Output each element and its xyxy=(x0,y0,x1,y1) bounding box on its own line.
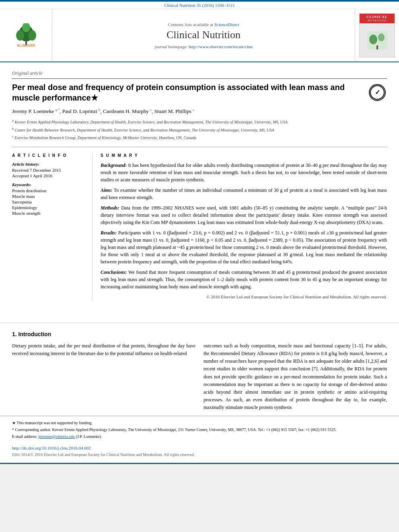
badge-figure-svg xyxy=(365,29,389,51)
footnote-2: * Corresponding author. Kevser Ermin App… xyxy=(12,427,387,433)
citation-text: Clinical Nutrition 35 (2016) 1506–1511 xyxy=(164,3,235,8)
affiliation-b-text: Center for Health Behavior Research, Dep… xyxy=(15,128,274,132)
aims-text: To examine whether the number of times a… xyxy=(101,187,387,200)
copyright-line: © 2016 Elsevier Ltd and European Society… xyxy=(101,294,387,300)
authors-text: Jeremy P. Loenneke a,*, Paul D. Loprinzi… xyxy=(12,108,194,114)
header-middle: Contents lists available at ScienceDirec… xyxy=(52,9,355,62)
summary-col: S U M M A R Y Background: It has been hy… xyxy=(101,153,387,300)
svg-rect-9 xyxy=(376,45,378,49)
keyword-3: Sarcopenia xyxy=(12,199,86,204)
crossmark-svg: ✓ xyxy=(370,85,385,100)
summary-text: Background: It has been hypothesized tha… xyxy=(101,162,387,300)
summary-background: Background: It has been hypothesized tha… xyxy=(101,162,387,183)
summary-aims: Aims: To examine whether the number of t… xyxy=(101,187,387,201)
badge-nutrition-text: NUTRITION xyxy=(360,19,395,22)
keyword-5: Muscle strength xyxy=(12,211,86,216)
sciencedirect-link[interactable]: ScienceDirect xyxy=(214,22,239,27)
article-info-summary: A R T I C L E I N F O Article history: R… xyxy=(12,147,387,300)
background-label: Background: xyxy=(101,162,127,168)
results-label: Results: xyxy=(101,230,117,236)
affiliation-c-text: Exercise Metabolism Research Group, Depa… xyxy=(14,136,196,140)
history-accepted-text: Accepted 1 April 2016 xyxy=(12,173,52,178)
footnote-1: ★ This manuscript was not supported by f… xyxy=(12,420,387,426)
homepage-prefix: journal homepage: xyxy=(154,44,187,49)
summary-heading: S U M M A R Y xyxy=(101,153,387,158)
svg-point-3 xyxy=(28,30,36,41)
header-left: ELSEVIER xyxy=(0,9,52,62)
affiliation-a-text: Kevser Ermin Applied Physiology Laborato… xyxy=(15,120,288,125)
methods-label: Methods: xyxy=(101,205,119,211)
svg-text:✓: ✓ xyxy=(375,89,380,96)
svg-point-7 xyxy=(369,35,377,44)
elsevier-logo: ELSEVIER xyxy=(8,23,44,47)
issn-line: 0261-5614/© 2016 Elsevier Ltd and Europe… xyxy=(12,452,387,457)
article-type: Original article xyxy=(12,70,387,79)
methods-text: Data from the 1999–2002 NHANES were used… xyxy=(101,205,387,225)
citation-bar: Clinical Nutrition 35 (2016) 1506–1511 xyxy=(0,2,399,9)
keywords-section: Keywords: Protein distribution Muscle ma… xyxy=(12,182,86,216)
conclusions-text: We found that more frequent consumption … xyxy=(101,269,387,290)
affiliation-c: c Exercise Metabolism Research Group, De… xyxy=(12,134,387,141)
email-link[interactable]: jploenne@olemiss.edu xyxy=(38,434,75,439)
svg-text:ELSEVIER: ELSEVIER xyxy=(17,43,35,47)
article-info-col: A R T I C L E I N F O Article history: R… xyxy=(12,153,93,300)
conclusions-label: Conclusions: xyxy=(101,269,127,275)
history-received: Received 7 December 2015 xyxy=(12,168,86,173)
bottom-bar xyxy=(0,463,399,464)
email-label: E-mail address: xyxy=(12,434,38,439)
doi-link[interactable]: http://dx.doi.org/10.1016/j.clnu.2016.04… xyxy=(12,446,91,450)
history-received-text: Received 7 December 2015 xyxy=(12,168,61,173)
history-label: Article history: xyxy=(12,162,86,166)
affiliation-b: b Center for Health Behavior Research, D… xyxy=(12,127,387,133)
article-title-area: Per meal dose and frequency of protein c… xyxy=(12,82,387,103)
footnote-3: E-mail address: jploenne@olemiss.edu (J.… xyxy=(12,434,387,440)
intro-text-columns: Dietary protein intake, and the per meal… xyxy=(12,342,387,412)
background-text: It has been hypothesized that for older … xyxy=(101,162,387,183)
homepage-url[interactable]: http://www.elsevier.com/locate/clnu xyxy=(189,44,253,49)
affiliation-a: a Kevser Ermin Applied Physiology Labora… xyxy=(12,119,387,125)
summary-conclusions: Conclusions: We found that more frequent… xyxy=(101,269,387,290)
aims-label: Aims: xyxy=(101,187,112,193)
elsevier-tree-svg: ELSEVIER xyxy=(8,23,44,47)
section-divider xyxy=(0,322,399,323)
sciencedirect-line: Contents lists available at ScienceDirec… xyxy=(168,22,239,27)
badge-clinical: CLINICAL xyxy=(360,15,395,19)
article-title: Per meal dose and frequency of protein c… xyxy=(12,82,363,103)
page: Clinical Nutrition 35 (2016) 1506–1511 E… xyxy=(0,0,399,464)
footnotes-area: ★ This manuscript was not supported by f… xyxy=(0,416,399,443)
intro-left-col: Dietary protein intake, and the per meal… xyxy=(12,342,195,412)
crossmark-badge[interactable]: ✓ xyxy=(369,84,387,102)
results-text: Participants with 1 vs. 0 (βadjusted = 2… xyxy=(101,230,387,265)
affiliations: a Kevser Ermin Applied Physiology Labora… xyxy=(12,119,387,141)
svg-point-2 xyxy=(16,30,24,41)
keyword-1: Protein distribution xyxy=(12,188,86,193)
history-accepted: Accepted 1 April 2016 xyxy=(12,173,86,178)
badge-top: CLINICAL NUTRITION xyxy=(360,14,395,23)
bottom-doi-area: http://dx.doi.org/10.1016/j.clnu.2016.04… xyxy=(0,443,399,459)
svg-point-8 xyxy=(378,33,385,41)
sciencedirect-prefix: Contents lists available at xyxy=(168,22,213,27)
section1-title: 1. Introduction xyxy=(12,331,387,337)
email-attribution: (J.P. Loenneke). xyxy=(76,434,102,439)
header-right: CLINICAL NUTRITION xyxy=(355,9,399,62)
badge-image xyxy=(360,23,395,57)
homepage-line: journal homepage: http://www.elsevier.co… xyxy=(154,44,253,49)
intro-right-col: outcomes such as body composition, muscl… xyxy=(204,342,387,412)
authors: Jeremy P. Loenneke a,*, Paul D. Loprinzi… xyxy=(12,108,387,115)
keyword-2: Muscle mass xyxy=(12,194,86,199)
journal-title: Clinical Nutrition xyxy=(167,29,241,41)
crossmark-circle: ✓ xyxy=(369,84,386,101)
summary-methods: Methods: Data from the 1999–2002 NHANES … xyxy=(101,204,387,226)
journal-header: ELSEVIER Contents lists available at Sci… xyxy=(0,9,399,62)
keywords-label: Keywords: xyxy=(12,182,86,187)
article-info-heading: A R T I C L E I N F O xyxy=(12,153,86,158)
clinical-nutrition-badge: CLINICAL NUTRITION xyxy=(359,13,395,58)
article-history: Article history: Received 7 December 201… xyxy=(12,162,86,178)
introduction-section: 1. Introduction Dietary protein intake, … xyxy=(0,331,399,412)
summary-results: Results: Participants with 1 vs. 0 (βadj… xyxy=(101,229,387,265)
intro-left-text: Dietary protein intake, and the per meal… xyxy=(12,342,195,357)
main-content: Original article Per meal dose and frequ… xyxy=(0,62,399,314)
keyword-4: Epidemiology xyxy=(12,205,86,210)
intro-right-text: outcomes such as body composition, muscl… xyxy=(204,342,387,412)
